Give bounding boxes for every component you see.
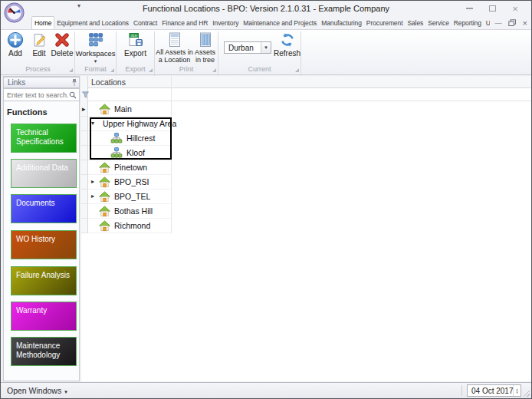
- link-tile-technical-specifications[interactable]: Technical Specifications: [11, 124, 77, 153]
- export-excel-icon: XLS: [127, 31, 144, 48]
- expander-collapsed-icon[interactable]: ▸: [91, 193, 94, 200]
- expander-expanded-icon[interactable]: ▾: [91, 120, 94, 127]
- maximize-icon: [489, 5, 496, 12]
- delete-icon: [54, 31, 71, 48]
- open-windows-label: Open Windows: [7, 386, 61, 395]
- edit-button[interactable]: Edit: [28, 31, 51, 58]
- ribbon-group-format: Workspaces ▾ Format: [75, 30, 116, 74]
- tree-row-label: BPO_RSI: [114, 177, 149, 186]
- all-assets-in-location-button[interactable]: All Assets in a Location: [156, 31, 192, 64]
- tree-row-label: Main: [114, 104, 132, 114]
- close-button[interactable]: ×: [504, 2, 527, 15]
- refresh-button[interactable]: Refresh: [274, 31, 300, 58]
- tab-procurement[interactable]: Procurement: [364, 17, 406, 29]
- house-icon: [99, 220, 110, 232]
- tree-row-upper-highway-area[interactable]: ▾ Upper Highway Area: [88, 117, 171, 131]
- open-windows-dropdown-icon: ▾: [64, 389, 67, 394]
- quick-access-dropdown-icon[interactable]: ▾: [77, 2, 80, 9]
- tree-row-main[interactable]: Main: [88, 102, 171, 117]
- refresh-icon: [279, 31, 296, 48]
- site-icon: [110, 147, 123, 158]
- maximize-button[interactable]: [481, 2, 504, 15]
- window-controls: ×: [458, 1, 527, 16]
- link-tile-wo-history[interactable]: WO History: [11, 230, 77, 259]
- mdi-minimize-button[interactable]: —: [495, 19, 502, 27]
- export-dialog-launcher-icon[interactable]: [149, 68, 153, 72]
- current-dialog-launcher-icon[interactable]: [295, 68, 299, 72]
- auto-filter-row[interactable]: [81, 88, 531, 101]
- pin-icon[interactable]: [71, 78, 77, 87]
- tab-contract[interactable]: Contract: [131, 17, 159, 29]
- tile-label: Maintenance Methodology: [16, 341, 60, 359]
- status-bar: Open Windows▾ 04 Oct 2017 ▴ ▾: [1, 382, 531, 398]
- tree-row-richmond[interactable]: Richmond: [88, 219, 171, 233]
- process-dialog-launcher-icon[interactable]: [69, 68, 73, 72]
- tab-manufacturing[interactable]: Manufacturing: [319, 17, 364, 29]
- link-tile-failure-analysis[interactable]: Failure Analysis: [11, 266, 77, 295]
- site-icon: [110, 133, 123, 143]
- links-panel: [3, 76, 80, 381]
- spin-down-icon[interactable]: ▾: [516, 391, 518, 394]
- assets-in-tree-button[interactable]: Assets in tree: [192, 31, 218, 64]
- open-windows-button[interactable]: Open Windows▾: [7, 386, 67, 395]
- tab-sales[interactable]: Sales: [405, 17, 425, 29]
- tree-row-label: Kloof: [126, 148, 145, 157]
- date-value: 04 Oct 2017: [471, 387, 513, 395]
- mdi-close-button[interactable]: ×: [523, 19, 527, 27]
- tab-inventory[interactable]: Inventory: [210, 17, 241, 29]
- locations-column-header[interactable]: Locations: [81, 76, 531, 88]
- combo-dropdown-icon[interactable]: ▾: [261, 42, 271, 53]
- tree-row-label: Richmond: [114, 221, 150, 230]
- focused-row-indicator-icon: ▸: [82, 105, 86, 113]
- resize-grip[interactable]: [522, 389, 530, 397]
- workspaces-icon: [87, 31, 104, 48]
- export-button[interactable]: XLS Export: [117, 31, 154, 58]
- search-input[interactable]: [4, 89, 68, 101]
- filter-funnel-icon[interactable]: [82, 91, 89, 98]
- tab-home[interactable]: Home: [31, 16, 54, 30]
- date-editor[interactable]: 04 Oct 2017 ▴ ▾: [467, 384, 521, 397]
- tab-service[interactable]: Service: [425, 17, 452, 29]
- mdi-restore-button[interactable]: [508, 19, 517, 27]
- tab-finance-and-hr[interactable]: Finance and HR: [159, 17, 210, 29]
- tree-row-label: Bothas Hill: [114, 206, 153, 216]
- add-button[interactable]: Add: [4, 31, 27, 58]
- tree-row-bothas-hill[interactable]: Bothas Hill: [88, 204, 171, 219]
- tree-row-label: Pinetown: [114, 163, 147, 172]
- minimize-button[interactable]: [458, 2, 481, 15]
- expander-collapsed-icon[interactable]: ▸: [91, 178, 94, 186]
- tree-row-hillcrest[interactable]: Hillcrest: [88, 131, 171, 146]
- statusbar-separator: [461, 385, 462, 396]
- tab-maintenance-and-projects[interactable]: Maintenance and Projects: [241, 17, 319, 29]
- print-dialog-launcher-icon[interactable]: [212, 68, 216, 72]
- ribbon-group-process: Add Edit Delete Process: [2, 30, 74, 74]
- tile-label: WO History: [16, 235, 55, 243]
- svg-text:XLS: XLS: [131, 35, 137, 38]
- links-panel-header: Links: [3, 77, 80, 88]
- link-tile-additional-data[interactable]: Additional Data: [11, 159, 77, 188]
- workspaces-button[interactable]: Workspaces ▾: [75, 31, 116, 64]
- tree-row-bpo-tel[interactable]: ▸ BPO_TEL: [88, 190, 171, 204]
- site-combo-box[interactable]: Durban ▾: [224, 41, 271, 54]
- date-spinner[interactable]: ▴ ▾: [513, 385, 521, 396]
- mdi-window-controls: — ×: [490, 17, 527, 28]
- format-dialog-launcher-icon[interactable]: [110, 68, 114, 72]
- ribbon-group-current: Durban ▾ Refresh Current: [218, 30, 300, 74]
- delete-button[interactable]: Delete: [50, 31, 74, 58]
- link-tile-documents[interactable]: Documents: [11, 194, 77, 223]
- tab-reporting[interactable]: Reporting: [452, 17, 484, 29]
- tile-label: Additional Data: [16, 163, 68, 172]
- tree-row-pinetown[interactable]: Pinetown: [88, 160, 171, 175]
- tree-row-kloof[interactable]: Kloof: [88, 146, 171, 160]
- house-icon: [99, 176, 110, 188]
- row-indicator-cells: [81, 102, 87, 233]
- link-tile-warranty[interactable]: Warranty: [11, 302, 77, 331]
- link-tile-maintenance-methodology[interactable]: Maintenance Methodology: [11, 337, 77, 366]
- close-icon: ×: [512, 4, 518, 14]
- app-window: ▾ Functional Locations - BPO: Version 2.…: [0, 0, 532, 399]
- tile-label: Failure Analysis: [16, 271, 70, 279]
- tree-row-bpo-rsi[interactable]: ▸ BPO_RSI: [88, 175, 171, 190]
- app-logo-icon[interactable]: [4, 2, 25, 23]
- column-header-label: Locations: [91, 77, 126, 87]
- tab-equipment-and-locations[interactable]: Equipment and Locations: [54, 17, 131, 29]
